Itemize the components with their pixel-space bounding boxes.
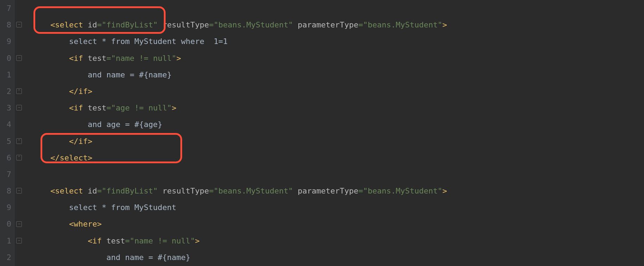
line-number: 7 (0, 0, 11, 17)
code-line[interactable]: <if test="name != null"> (32, 233, 644, 249)
fold-toggle-icon[interactable]: − (16, 105, 22, 110)
line-number: 2 (0, 249, 11, 266)
code-token (32, 236, 88, 245)
code-line[interactable]: <where> (32, 216, 644, 232)
line-number: 9 (0, 33, 11, 50)
line-number: 4 (0, 116, 11, 133)
code-line[interactable]: select * from MyStudent where 1=1 (32, 33, 644, 50)
line-number: 8 (0, 17, 11, 33)
code-token: and age = #{age} (32, 120, 162, 129)
code-token: > (442, 20, 447, 29)
line-number: 6 (0, 150, 11, 166)
line-number: 3 (0, 100, 11, 116)
code-line[interactable] (32, 166, 644, 183)
code-token: test (88, 103, 106, 112)
code-token: and name = #{name} (32, 253, 190, 262)
code-token: test (88, 54, 106, 63)
code-line[interactable]: <if test="age != null"> (32, 100, 644, 116)
code-token (32, 87, 69, 96)
line-number: 1 (0, 66, 11, 83)
code-line[interactable]: </if> (32, 83, 644, 100)
code-token: parameterType (298, 20, 358, 29)
code-line[interactable]: and name = #{name} (32, 66, 644, 83)
code-token: ="beans.MyStudent" (358, 186, 442, 195)
code-token: > (177, 54, 181, 63)
code-token: id (88, 186, 97, 195)
line-number: 7 (0, 166, 11, 183)
fold-toggle-icon[interactable]: ⌃ (16, 155, 22, 160)
code-token (32, 137, 69, 146)
code-token: <if (69, 54, 88, 63)
fold-toggle-icon[interactable]: ⌃ (16, 88, 22, 94)
code-token: select * from MyStudent (32, 203, 177, 212)
fold-toggle-icon[interactable]: − (16, 22, 22, 27)
code-token: ="name != null" (106, 54, 177, 63)
code-area[interactable]: <select id="findByList" resultType="bean… (25, 0, 644, 266)
code-token (32, 20, 50, 29)
code-line[interactable]: <if test="name != null"> (32, 50, 644, 66)
line-number: 0 (0, 50, 11, 66)
line-number-gutter: 7890123456789012 (0, 0, 14, 266)
code-line[interactable]: and name = #{name} (32, 249, 644, 266)
code-token: select * from MyStudent where 1=1 (32, 37, 228, 46)
line-number: 1 (0, 233, 11, 249)
code-token: resultType (162, 186, 209, 195)
code-line[interactable] (32, 0, 644, 17)
code-token (32, 186, 50, 195)
code-token: id (88, 20, 97, 29)
code-editor[interactable]: 7890123456789012 −−⌃−⌃⌃−−−⌃ <select id="… (0, 0, 644, 266)
code-token: <where> (69, 220, 102, 228)
code-token: <select (50, 186, 88, 195)
code-token: > (442, 186, 447, 195)
code-line[interactable]: and age = #{age} (32, 116, 644, 133)
code-line[interactable]: </if> (32, 133, 644, 150)
code-token: <if (69, 103, 88, 112)
line-number: 5 (0, 133, 11, 150)
fold-toggle-icon[interactable]: ⌃ (16, 138, 22, 144)
code-line[interactable]: <select id="findByList" resultType="bean… (32, 183, 644, 199)
code-token: resultType (162, 20, 209, 29)
code-line[interactable]: select * from MyStudent (32, 199, 644, 216)
code-token: <if (88, 236, 106, 245)
fold-toggle-icon[interactable]: − (16, 238, 22, 243)
code-line[interactable]: </select> (32, 150, 644, 166)
code-token (32, 103, 69, 112)
fold-column: −−⌃−⌃⌃−−−⌃ (14, 0, 25, 266)
line-number: 0 (0, 216, 11, 232)
code-token: ="beans.MyStudent" (209, 186, 298, 195)
code-token: ="beans.MyStudent" (209, 20, 298, 29)
fold-toggle-icon[interactable]: − (16, 188, 22, 194)
code-token: ="age != null" (106, 103, 172, 112)
code-token: </select> (50, 153, 92, 162)
code-token: </if> (69, 137, 92, 146)
code-token: ="name != null" (125, 236, 195, 245)
code-token: ="findByList" (97, 186, 162, 195)
code-token: and name = #{name} (32, 70, 172, 79)
line-number: 2 (0, 83, 11, 100)
fold-toggle-icon[interactable]: − (16, 221, 22, 227)
fold-toggle-icon[interactable]: − (16, 55, 22, 61)
code-token: test (106, 236, 125, 245)
code-token: parameterType (298, 186, 358, 195)
code-token: ="findByList" (97, 20, 162, 29)
code-token (32, 153, 50, 162)
code-token: </if> (69, 87, 92, 96)
code-token: > (195, 236, 200, 245)
code-token (32, 54, 69, 63)
code-line[interactable]: <select id="findByList" resultType="bean… (32, 17, 644, 33)
line-number: 8 (0, 183, 11, 199)
code-token: > (172, 103, 176, 112)
code-token: <select (50, 20, 88, 29)
code-token: ="beans.MyStudent" (358, 20, 442, 29)
code-token (32, 220, 69, 228)
line-number: 9 (0, 199, 11, 216)
